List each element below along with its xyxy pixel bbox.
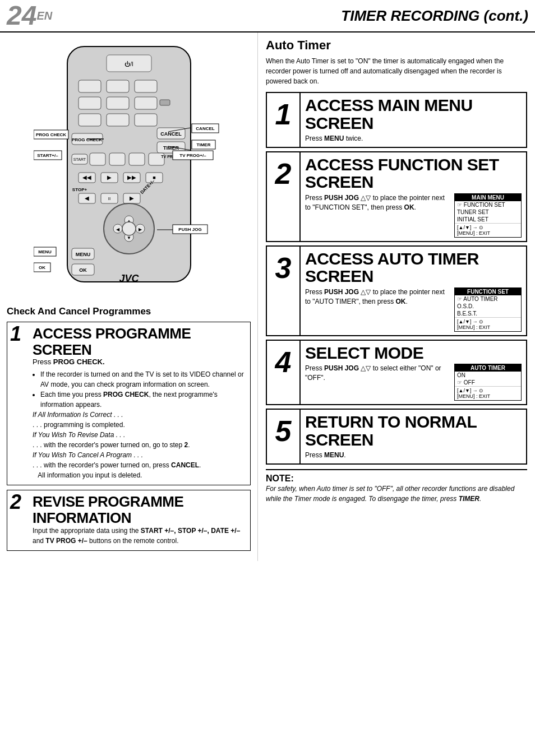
svg-text:OK: OK <box>39 265 45 270</box>
svg-rect-19 <box>90 153 105 165</box>
note-section: NOTE: For safety, when Auto timer is set… <box>266 469 527 504</box>
step-1-number: 1 <box>7 322 25 346</box>
svg-rect-10 <box>107 114 129 126</box>
menu-item-on: ON <box>455 372 521 379</box>
page-suffix: EN <box>36 10 52 22</box>
menu-item-osd: O.S.D. <box>455 303 521 310</box>
menu-item-initial-set: INITIAL SET <box>455 216 521 223</box>
menu-box-4-footer: [▲/▼] → ⊙[MENU] : EXIT <box>455 386 521 400</box>
menu-box-3-footer: [▲/▼] → ⊙[MENU] : EXIT <box>455 317 521 331</box>
svg-text:MENU: MENU <box>38 249 52 254</box>
right-column: Auto Timer When the Auto Timer is set to… <box>258 33 535 561</box>
svg-rect-21 <box>129 153 145 165</box>
svg-text:PROG CHECK: PROG CHECK <box>35 132 66 137</box>
svg-rect-5 <box>135 80 157 92</box>
remote-diagram: ⏻/I CANCEL <box>34 41 224 299</box>
step-1-title: ACCESS PROGRAMME SCREEN <box>33 326 246 358</box>
remote-diagram-area: ⏻/I CANCEL <box>7 38 251 302</box>
menu-box-footer: [▲/▼] → ⊙[MENU] : EXIT <box>455 223 521 237</box>
page-title: TIMER RECORDING (cont.) <box>341 7 528 25</box>
auto-timer-desc: When the Auto Timer is set to "ON" the t… <box>266 56 527 86</box>
right-step-4-num: 4 <box>267 341 301 405</box>
svg-text:PUSH JOG: PUSH JOG <box>178 227 201 232</box>
svg-rect-6 <box>79 97 101 109</box>
left-step-2: 2 REVISE PROGRAMME INFORMATION Input the… <box>7 490 251 551</box>
right-step-2-inner: ACCESS FUNCTION SET SCREEN MAIN MENU FUN… <box>301 152 526 241</box>
svg-text:TV PROG+/–: TV PROG+/– <box>179 153 206 158</box>
main-layout: ⏻/I CANCEL <box>0 33 535 561</box>
svg-text:MENU: MENU <box>75 252 90 257</box>
svg-text:TIMER: TIMER <box>196 142 210 147</box>
svg-rect-11 <box>135 114 157 126</box>
svg-text:II: II <box>108 196 110 201</box>
svg-text:START: START <box>73 157 86 161</box>
right-step-1-desc: Press MENU twice. <box>305 134 522 143</box>
left-column: ⏻/I CANCEL <box>0 33 258 561</box>
svg-text:▶: ▶ <box>107 174 112 180</box>
svg-text:▼: ▼ <box>127 235 131 240</box>
right-step-1-num: 1 <box>267 93 301 147</box>
svg-text:OK: OK <box>79 267 87 273</box>
right-step-4-title: SELECT MODE <box>305 344 522 362</box>
svg-rect-4 <box>107 80 129 92</box>
right-step-1-title: ACCESS MAIN MENU SCREEN <box>305 96 522 132</box>
auto-timer-title: Auto Timer <box>266 38 527 53</box>
note-body: For safety, when Auto timer is set to "O… <box>266 484 527 504</box>
right-step-1-inner: ACCESS MAIN MENU SCREEN Press MENU twice… <box>301 93 526 147</box>
right-step-4: 4 SELECT MODE AUTO TIMER ON OFF [▲/▼] → … <box>266 340 527 406</box>
right-step-3: 3 ACCESS AUTO TIMER SCREEN FUNCTION SET … <box>266 245 527 336</box>
svg-text:◀◀: ◀◀ <box>82 174 91 180</box>
page-header: 24 EN TIMER RECORDING (cont.) <box>0 0 535 33</box>
right-step-3-num: 3 <box>267 247 301 335</box>
svg-text:STOP+: STOP+ <box>72 187 87 192</box>
step-1-subtitle: Press PROG CHECK. <box>33 358 246 366</box>
auto-timer-menu-box: FUNCTION SET AUTO TIMER O.S.D. B.E.S.T. … <box>454 287 522 332</box>
right-step-2-num: 2 <box>267 152 301 241</box>
svg-text:CANCEL: CANCEL <box>196 126 214 131</box>
menu-box-4-title: AUTO TIMER <box>455 364 521 372</box>
check-cancel-section: Check And Cancel Programmes 1 ACCESS PRO… <box>7 306 251 551</box>
step-2-number: 2 <box>7 490 25 514</box>
menu-box-title: MAIN MENU <box>455 194 521 201</box>
right-step-5-title: RETURN TO NORMAL SCREEN <box>305 413 522 448</box>
step-2-title: REVISE PROGRAMME INFORMATION <box>33 494 246 526</box>
svg-rect-20 <box>109 153 125 165</box>
note-title: NOTE: <box>266 474 527 484</box>
right-step-5: 5 RETURN TO NORMAL SCREEN Press MENU. <box>266 409 527 465</box>
svg-rect-8 <box>135 97 157 109</box>
step-2-body: Input the appropriate data using the STA… <box>33 526 246 546</box>
svg-text:JVC: JVC <box>119 273 139 284</box>
svg-rect-3 <box>79 80 101 92</box>
right-step-1: 1 ACCESS MAIN MENU SCREEN Press MENU twi… <box>266 92 527 148</box>
right-step-5-inner: RETURN TO NORMAL SCREEN Press MENU. <box>301 410 526 463</box>
svg-text:▶: ▶ <box>139 227 142 232</box>
right-step-5-desc: Press MENU. <box>305 451 522 460</box>
right-step-4-inner: SELECT MODE AUTO TIMER ON OFF [▲/▼] → ⊙[… <box>301 341 526 405</box>
step-2-content: REVISE PROGRAMME INFORMATION Input the a… <box>7 490 250 550</box>
select-mode-menu-box: AUTO TIMER ON OFF [▲/▼] → ⊙[MENU] : EXIT <box>454 364 522 401</box>
svg-text:▶: ▶ <box>130 195 134 201</box>
menu-box-3-title: FUNCTION SET <box>455 288 521 295</box>
page-number: 24 <box>7 2 36 29</box>
menu-item-auto-timer: AUTO TIMER <box>455 295 521 303</box>
right-step-5-num: 5 <box>267 410 301 463</box>
svg-text:PROG CHECK: PROG CHECK <box>71 137 102 142</box>
right-step-2: 2 ACCESS FUNCTION SET SCREEN MAIN MENU F… <box>266 151 527 242</box>
step-1-body: If the recorder is turned on and the TV … <box>33 369 246 480</box>
svg-text:▶▶: ▶▶ <box>127 174 136 180</box>
svg-text:CANCEL: CANCEL <box>160 131 182 137</box>
right-step-3-inner: ACCESS AUTO TIMER SCREEN FUNCTION SET AU… <box>301 247 526 335</box>
svg-text:◀: ◀ <box>116 227 120 232</box>
svg-rect-12 <box>160 100 170 105</box>
svg-point-51 <box>122 222 136 235</box>
right-step-2-title: ACCESS FUNCTION SET SCREEN <box>305 156 522 191</box>
svg-rect-7 <box>107 97 129 109</box>
step-1-content: ACCESS PROGRAMME SCREEN Press PROG CHECK… <box>7 322 250 485</box>
svg-text:⏻/I: ⏻/I <box>124 61 133 67</box>
svg-rect-9 <box>79 114 101 126</box>
check-cancel-title: Check And Cancel Programmes <box>7 306 251 317</box>
menu-item-tuner-set: TUNER SET <box>455 208 521 216</box>
function-set-menu-box: MAIN MENU FUNCTION SET TUNER SET INITIAL… <box>454 193 522 238</box>
menu-item-function-set: FUNCTION SET <box>455 201 521 208</box>
svg-text:◀: ◀ <box>85 195 89 201</box>
